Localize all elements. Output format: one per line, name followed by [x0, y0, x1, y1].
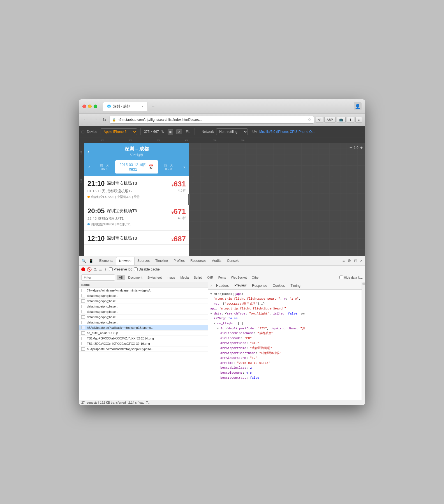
device-mode-icon[interactable]: 📱 [88, 258, 94, 264]
tab-close-button[interactable]: × [141, 104, 144, 108]
clear-button[interactable]: 🚫 [87, 267, 92, 272]
bookmark-icon[interactable]: ☆ [308, 117, 311, 122]
calendar-icon[interactable]: 📅 [148, 164, 154, 170]
device-toggle-icon[interactable]: ⊡ [81, 130, 85, 134]
date-prev[interactable]: 前一天 ¥655 [94, 160, 115, 174]
preview-close-button[interactable]: × [209, 283, 213, 289]
list-view-button[interactable]: ☰ [99, 267, 102, 271]
close-button[interactable] [82, 105, 86, 108]
tab-headers[interactable]: Headers [213, 282, 232, 289]
hide-data-checkbox[interactable] [339, 276, 343, 279]
phone-back-button[interactable]: ‹ [87, 148, 89, 155]
minimize-button[interactable] [88, 105, 92, 108]
disable-cache-checkbox[interactable]: Disable cache [134, 267, 159, 271]
tab-response[interactable]: Response [249, 282, 270, 289]
tab-timeline[interactable]: Timeline [152, 257, 171, 264]
flight-item-1[interactable]: 21:10 深圳宝安机场T3 01:15 +1天 成都双流机场T2 成都航空EU… [84, 176, 189, 203]
list-item[interactable]: data:image/png;base... [79, 315, 208, 320]
collapse-owflight[interactable]: ▼ [214, 322, 216, 325]
tab-elements[interactable]: Elements [96, 257, 116, 264]
new-tab-button[interactable]: + [149, 102, 157, 110]
filter-websocket-button[interactable]: WebSocket [229, 275, 248, 280]
list-item[interactable]: TB1MgoPGVXXXabXXXDVZ.YpXX-32-2014.png [79, 336, 208, 341]
zoom-minus-button[interactable]: − [350, 145, 352, 150]
zoom-plus-button[interactable]: + [360, 145, 363, 150]
screenshot-icon[interactable]: ▣ [168, 129, 173, 135]
back-button[interactable]: ← [82, 116, 90, 123]
active-tab[interactable]: 🌐 深圳 - 成都 × [103, 102, 148, 111]
refresh-button[interactable]: ↺ [316, 117, 323, 123]
dock-icon[interactable]: ⊡ [353, 258, 358, 264]
width-value[interactable]: 375 [144, 130, 150, 134]
tab-console[interactable]: Console [224, 257, 242, 264]
network-throttle-select[interactable]: No throttling [216, 128, 248, 135]
list-item[interactable]: TB1.rZEGVXXXcHXFXXI9zgGFXX-39-19.png [79, 341, 208, 346]
resize-handle[interactable] [188, 194, 190, 205]
inspect-icon[interactable]: 🔍 [81, 258, 87, 264]
tab-profiles[interactable]: Profiles [171, 257, 188, 264]
record-button[interactable] [81, 267, 85, 271]
device-select[interactable]: Apple iPhone 6 [101, 128, 137, 135]
filter-script-button[interactable]: Script [192, 275, 203, 280]
close-devtools-button[interactable]: × [359, 258, 363, 264]
tab-preview[interactable]: Preview [232, 282, 249, 289]
console-prompt-icon[interactable]: ≡ [342, 258, 346, 264]
adblock-button[interactable]: ABP [324, 117, 336, 122]
filter-document-button[interactable]: Document [126, 275, 144, 280]
selected-list-item[interactable]: h5ApiUpdate.do?callback=mtopjsonp1&type=… [79, 325, 208, 330]
scrollbar[interactable] [362, 282, 365, 400]
menu-button[interactable]: ≡ [355, 117, 362, 122]
filter-xhr-button[interactable]: XHR [205, 275, 215, 280]
network-list[interactable]: Name ??widgets/windvane/windvane-min.js,… [79, 282, 208, 400]
tab-cookies[interactable]: Cookies [270, 282, 288, 289]
hide-data-label[interactable]: Hide data U... [339, 276, 363, 279]
reload-button[interactable]: ↻ [101, 116, 108, 124]
list-item[interactable]: data:image/png;base... [79, 293, 208, 299]
date-next-arrow[interactable]: › [179, 160, 189, 174]
scrollbar-thumb[interactable] [362, 283, 365, 285]
disable-cache-input[interactable] [134, 267, 138, 271]
list-item[interactable]: sd_sufei_aplus.1.1.8.js [79, 330, 208, 336]
date-prev-arrow[interactable]: ‹ [84, 160, 94, 174]
tab-timing[interactable]: Timing [288, 282, 303, 289]
preserve-log-checkbox[interactable]: Preserve log [109, 267, 132, 271]
list-item[interactable]: ??widgets/windvane/windvane-min.js,widge… [79, 288, 208, 293]
settings-icon[interactable]: ⚙ [347, 258, 352, 264]
rotate-icon[interactable]: ↻ [161, 130, 165, 134]
collapse-item0[interactable]: ▼ [217, 327, 219, 330]
list-item[interactable]: data:image/png;base... [79, 304, 208, 309]
collapse-data[interactable]: ▼ [210, 312, 212, 315]
filter-input[interactable] [81, 274, 115, 281]
filter-fonts-button[interactable]: Fonts [217, 275, 228, 280]
date-next[interactable]: 后一天 ¥553 [158, 160, 179, 174]
filter-other-button[interactable]: Other [250, 275, 261, 280]
group-by-button[interactable]: ⋮ [104, 267, 107, 271]
list-item[interactable]: data:image/png;base... [79, 320, 208, 325]
forward-button[interactable]: → [91, 116, 99, 123]
list-item[interactable]: h5ApiUpdate.do?callback=mtopjsonp2&type=… [79, 346, 208, 352]
profile-icon[interactable]: 👤 [354, 102, 362, 110]
date-current[interactable]: 2015-03-12 周四 ¥631 📅 [115, 160, 158, 174]
url-bar[interactable]: 🔒 h5.m.taobao.com/trip/flight/searchlist… [110, 116, 314, 124]
list-item[interactable]: data:image/png;base... [79, 309, 208, 315]
filter-all-button[interactable]: All [117, 275, 125, 280]
collapse-root[interactable]: ▼ [210, 292, 212, 296]
preserve-log-input[interactable] [109, 267, 113, 271]
more-options-button[interactable]: ... [359, 130, 363, 134]
fit-button[interactable]: Fit [184, 129, 191, 134]
tab-network[interactable]: Network [116, 257, 135, 265]
filter-stylesheet-button[interactable]: Stylesheet [145, 275, 163, 280]
list-item[interactable]: data:image/png;base... [79, 299, 208, 304]
flight-item-3[interactable]: 12:10 深圳宝安机场T3 ¥687 [84, 231, 189, 245]
tab-resources[interactable]: Resources [188, 257, 209, 264]
maximize-button[interactable] [94, 105, 97, 108]
filter-button[interactable]: ⚗ [93, 267, 97, 272]
height-value[interactable]: 667 [153, 130, 159, 134]
tab-audits[interactable]: Audits [209, 257, 224, 264]
cast-button[interactable]: 📺 [337, 117, 346, 123]
flight-item-2[interactable]: 20:05 深圳宝安机场T3 22:45 成都双流机场T1 四川航空3U8706… [84, 203, 189, 231]
filter-media-button[interactable]: Media [179, 275, 190, 280]
pocket-button[interactable]: ⬇ [347, 117, 354, 123]
tab-sources[interactable]: Sources [135, 257, 152, 264]
filter-image-button[interactable]: Image [165, 275, 177, 280]
